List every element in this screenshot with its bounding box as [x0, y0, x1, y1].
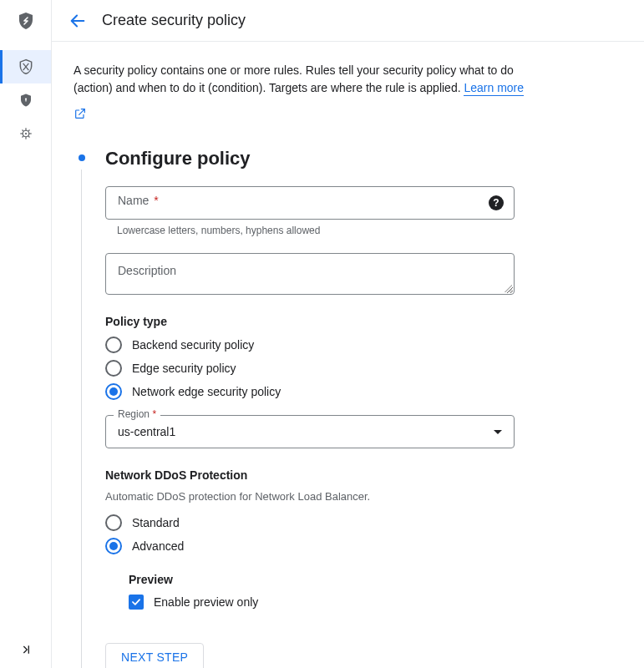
shield-lock-icon [18, 93, 33, 108]
content-area: A security policy contains one or more r… [52, 42, 644, 668]
page-title: Create security policy [102, 12, 246, 29]
chevron-right-bar-icon [19, 643, 33, 656]
svg-line-13 [22, 136, 23, 138]
description-input[interactable]: Description [105, 253, 515, 295]
sidebar-item-security[interactable] [0, 84, 51, 117]
name-hint: Lowercase letters, numbers, hyphens allo… [105, 225, 622, 236]
radio-label: Standard [132, 516, 180, 529]
ddos-label: Network DDoS Protection [105, 468, 622, 482]
virus-icon [18, 126, 33, 141]
radio-icon [105, 337, 122, 353]
next-step-button[interactable]: NEXT STEP [105, 643, 204, 668]
product-logo [0, 0, 51, 42]
radio-icon [105, 360, 122, 377]
radio-ddos-advanced[interactable]: Advanced [105, 538, 622, 554]
step-configure-policy: Configure policy Name * ? Lowercase lett… [74, 148, 622, 668]
region-select-wrapper: Region * us-central1 [105, 415, 515, 448]
checkbox-label: Enable preview only [154, 595, 258, 609]
name-field-wrapper: Name * ? [105, 186, 622, 220]
intro-body: A security policy contains one or more r… [74, 63, 514, 94]
ddos-description: Automatic DDoS protection for Network Lo… [105, 490, 622, 503]
sidebar-expand-toggle[interactable] [0, 643, 51, 656]
region-select[interactable]: us-central1 [105, 415, 515, 448]
required-asterisk: * [150, 194, 158, 207]
radio-icon [105, 383, 122, 400]
svg-line-12 [28, 130, 29, 132]
step-title: Configure policy [105, 148, 622, 170]
checkbox-checked-icon [129, 595, 144, 610]
learn-more-link[interactable]: Learn more [464, 81, 524, 96]
radio-icon [105, 514, 122, 531]
radio-label: Advanced [132, 539, 184, 553]
radio-label: Edge security policy [132, 362, 236, 375]
radio-label: Backend security policy [132, 338, 254, 352]
arrow-left-icon [68, 12, 87, 30]
region-label: Region * [114, 408, 160, 420]
preview-label: Preview [129, 573, 622, 586]
intro-text: A security policy contains one or more r… [74, 62, 541, 97]
svg-line-10 [22, 130, 23, 132]
radio-backend-policy[interactable]: Backend security policy [105, 337, 622, 353]
page-header: Create security policy [52, 0, 644, 42]
name-help-button[interactable]: ? [489, 195, 504, 210]
svg-rect-3 [25, 99, 26, 101]
policy-type-label: Policy type [105, 315, 622, 328]
back-button[interactable] [68, 12, 87, 30]
radio-network-edge-policy[interactable]: Network edge security policy [105, 383, 622, 400]
shield-logo-icon [16, 11, 36, 31]
svg-point-5 [24, 133, 26, 134]
chevron-down-icon [494, 430, 502, 434]
name-placeholder: Name [118, 194, 149, 207]
open-external-button[interactable] [74, 107, 87, 120]
shield-policies-icon [18, 58, 34, 75]
radio-label: Network edge security policy [132, 385, 281, 398]
open-in-new-icon [74, 107, 87, 120]
svg-line-11 [28, 136, 29, 138]
preview-checkbox-row[interactable]: Enable preview only [129, 595, 622, 610]
sidebar-item-policies[interactable] [0, 50, 51, 84]
radio-edge-policy[interactable]: Edge security policy [105, 360, 622, 377]
radio-icon [105, 538, 122, 554]
sidebar [0, 0, 52, 668]
region-value: us-central1 [118, 425, 175, 438]
description-placeholder: Description [118, 264, 176, 277]
name-input[interactable]: Name * ? [105, 186, 515, 220]
sidebar-item-threat[interactable] [0, 117, 51, 150]
radio-ddos-standard[interactable]: Standard [105, 514, 622, 531]
sidebar-nav [0, 42, 51, 150]
